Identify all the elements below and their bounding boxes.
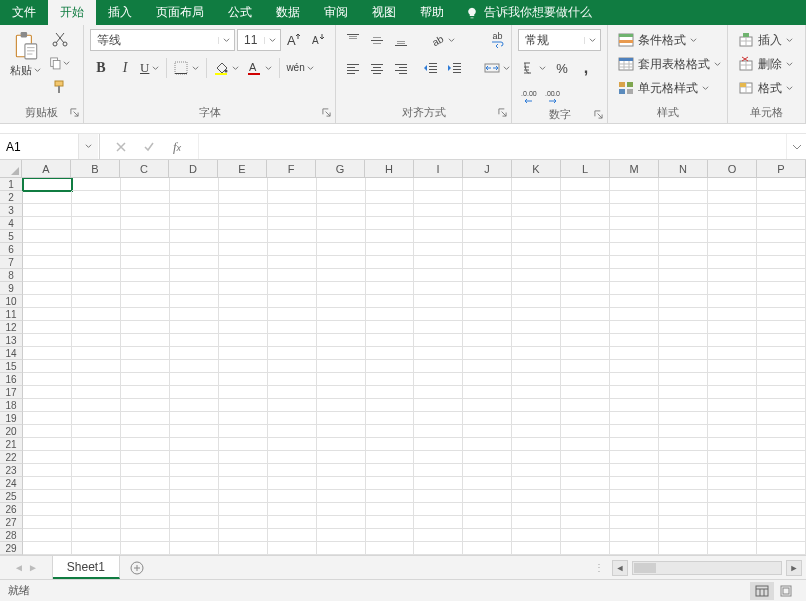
select-all-corner[interactable] bbox=[0, 160, 22, 178]
cell[interactable] bbox=[414, 256, 463, 269]
cell[interactable] bbox=[72, 542, 121, 555]
column-header[interactable]: N bbox=[659, 160, 708, 178]
cell[interactable] bbox=[23, 178, 72, 191]
cell[interactable] bbox=[121, 347, 170, 360]
cell[interactable] bbox=[23, 412, 72, 425]
cell[interactable] bbox=[610, 334, 659, 347]
cell[interactable] bbox=[170, 477, 219, 490]
number-format-combo[interactable]: 常规 bbox=[518, 29, 601, 51]
cell[interactable] bbox=[708, 529, 757, 542]
cell[interactable] bbox=[219, 269, 268, 282]
cell[interactable] bbox=[757, 425, 806, 438]
tab-file[interactable]: 文件 bbox=[0, 0, 48, 25]
cell[interactable] bbox=[757, 256, 806, 269]
cell[interactable] bbox=[268, 464, 317, 477]
cell[interactable] bbox=[757, 360, 806, 373]
copy-button[interactable] bbox=[49, 53, 71, 73]
cell[interactable] bbox=[23, 308, 72, 321]
cell[interactable] bbox=[366, 269, 415, 282]
cell[interactable] bbox=[561, 334, 610, 347]
cell[interactable] bbox=[757, 321, 806, 334]
cell[interactable] bbox=[757, 191, 806, 204]
column-header[interactable]: L bbox=[561, 160, 610, 178]
cell[interactable] bbox=[268, 360, 317, 373]
cell[interactable] bbox=[23, 516, 72, 529]
cell[interactable] bbox=[610, 295, 659, 308]
cell[interactable] bbox=[708, 256, 757, 269]
tell-me-search[interactable]: 告诉我你想要做什么 bbox=[456, 0, 602, 25]
cell[interactable] bbox=[170, 347, 219, 360]
cell[interactable] bbox=[72, 412, 121, 425]
cell[interactable] bbox=[170, 516, 219, 529]
cell[interactable] bbox=[219, 542, 268, 555]
cell[interactable] bbox=[610, 321, 659, 334]
column-header[interactable]: F bbox=[267, 160, 316, 178]
cell[interactable] bbox=[366, 490, 415, 503]
cell[interactable] bbox=[414, 334, 463, 347]
cell[interactable] bbox=[366, 399, 415, 412]
cell[interactable] bbox=[512, 477, 561, 490]
cell[interactable] bbox=[219, 503, 268, 516]
cell[interactable] bbox=[317, 477, 366, 490]
cell[interactable] bbox=[512, 256, 561, 269]
row-header[interactable]: 3 bbox=[0, 204, 23, 217]
font-color-button[interactable]: A bbox=[244, 57, 275, 79]
row-header[interactable]: 23 bbox=[0, 464, 23, 477]
cell[interactable] bbox=[659, 282, 708, 295]
cell[interactable] bbox=[219, 321, 268, 334]
cell[interactable] bbox=[366, 477, 415, 490]
cell[interactable] bbox=[170, 373, 219, 386]
cell[interactable] bbox=[317, 243, 366, 256]
cell[interactable] bbox=[121, 178, 170, 191]
cell[interactable] bbox=[610, 477, 659, 490]
cell[interactable] bbox=[366, 464, 415, 477]
cell[interactable] bbox=[366, 386, 415, 399]
cell[interactable] bbox=[121, 191, 170, 204]
tab-home[interactable]: 开始 bbox=[48, 0, 96, 25]
cell[interactable] bbox=[170, 269, 219, 282]
name-box-input[interactable] bbox=[0, 134, 78, 159]
cell[interactable] bbox=[366, 217, 415, 230]
cell[interactable] bbox=[72, 217, 121, 230]
cell[interactable] bbox=[23, 386, 72, 399]
cell[interactable] bbox=[610, 204, 659, 217]
cell[interactable] bbox=[121, 295, 170, 308]
cell[interactable] bbox=[512, 360, 561, 373]
cell[interactable] bbox=[512, 282, 561, 295]
cell[interactable] bbox=[463, 451, 512, 464]
cell[interactable] bbox=[121, 282, 170, 295]
cell[interactable] bbox=[414, 178, 463, 191]
cell[interactable] bbox=[170, 360, 219, 373]
cell[interactable] bbox=[121, 529, 170, 542]
cell[interactable] bbox=[708, 178, 757, 191]
cell[interactable] bbox=[170, 217, 219, 230]
cell[interactable] bbox=[72, 178, 121, 191]
cell[interactable] bbox=[414, 516, 463, 529]
cell[interactable] bbox=[121, 464, 170, 477]
decrease-font-button[interactable]: A bbox=[307, 29, 329, 51]
cell[interactable] bbox=[463, 269, 512, 282]
cell[interactable] bbox=[23, 503, 72, 516]
cell[interactable] bbox=[121, 334, 170, 347]
cell[interactable] bbox=[659, 490, 708, 503]
row-header[interactable]: 29 bbox=[0, 542, 23, 555]
cell[interactable] bbox=[72, 490, 121, 503]
cell[interactable] bbox=[268, 503, 317, 516]
cell[interactable] bbox=[757, 347, 806, 360]
cell[interactable] bbox=[317, 282, 366, 295]
font-size-combo[interactable]: 11 bbox=[237, 29, 281, 51]
cell[interactable] bbox=[512, 295, 561, 308]
cell[interactable] bbox=[317, 269, 366, 282]
cell[interactable] bbox=[561, 542, 610, 555]
cell[interactable] bbox=[72, 269, 121, 282]
cell[interactable] bbox=[414, 542, 463, 555]
comma-button[interactable]: , bbox=[575, 57, 597, 79]
cell[interactable] bbox=[414, 412, 463, 425]
hscroll-track[interactable] bbox=[632, 561, 782, 575]
cell[interactable] bbox=[23, 477, 72, 490]
cell[interactable] bbox=[23, 230, 72, 243]
cell[interactable] bbox=[219, 230, 268, 243]
cell[interactable] bbox=[121, 360, 170, 373]
cell[interactable] bbox=[463, 399, 512, 412]
hscroll-right[interactable]: ► bbox=[786, 560, 802, 576]
